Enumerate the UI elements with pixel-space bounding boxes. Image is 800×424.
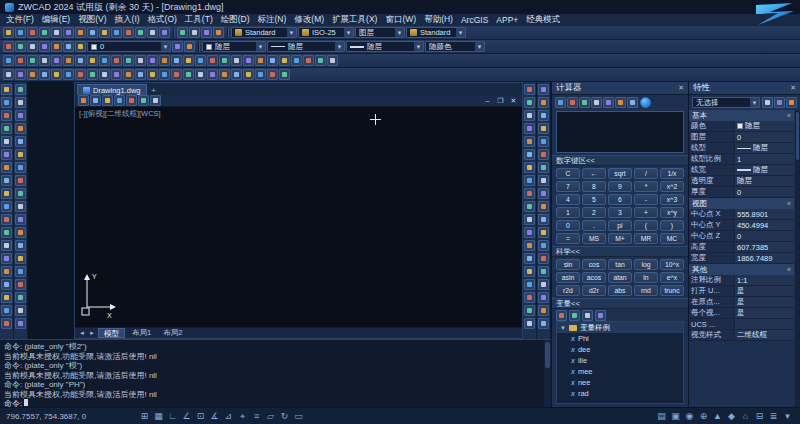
palette-icon[interactable] (1, 162, 12, 173)
palette-icon[interactable] (15, 123, 26, 134)
palette-icon[interactable] (15, 279, 26, 290)
toolbar-icon[interactable] (184, 41, 195, 52)
toolbar-icon[interactable] (87, 27, 98, 38)
toolbar-icon[interactable] (279, 69, 290, 80)
object-track-icon[interactable]: ∡ (208, 410, 221, 423)
toolbar-icon[interactable] (102, 95, 113, 106)
toolbar-icon[interactable] (63, 41, 74, 52)
toolbar-icon[interactable] (111, 55, 122, 66)
property-value[interactable] (735, 319, 794, 329)
palette-icon[interactable] (15, 188, 26, 199)
palette-icon[interactable] (538, 266, 549, 277)
variable-item-nee[interactable]: xnee (557, 377, 683, 388)
toolbar-icon[interactable] (172, 41, 183, 52)
toolbar-icon[interactable] (231, 55, 242, 66)
palette-icon[interactable] (524, 240, 535, 251)
calc-key-.[interactable]: . (582, 220, 606, 231)
document-tab[interactable]: Drawing1.dwg (77, 84, 147, 95)
layout-tab-模型[interactable]: 模型 (98, 328, 125, 338)
collapse-icon[interactable]: « (787, 200, 791, 207)
toolbar-icon[interactable] (87, 55, 98, 66)
property-value[interactable]: 随层 (735, 121, 794, 131)
calc-key-acos[interactable]: acos (582, 272, 606, 283)
toolbar-icon[interactable] (3, 41, 14, 52)
chevron-down-icon[interactable]: ▼ (395, 28, 404, 37)
lock-icon[interactable]: ◆ (725, 410, 738, 423)
palette-icon[interactable] (15, 175, 26, 186)
palette-icon[interactable] (538, 162, 549, 173)
toolbar-icon[interactable] (15, 69, 26, 80)
palette-icon[interactable] (1, 188, 12, 199)
drawing-canvas[interactable]: [-][俯视][二维线框][WCS] (75, 107, 522, 327)
palette-icon[interactable] (538, 201, 549, 212)
calc-key-pi[interactable]: pi (608, 220, 632, 231)
calc-key-MC[interactable]: MC (660, 233, 684, 244)
toolbar-icon[interactable] (579, 97, 590, 108)
palette-icon[interactable] (15, 227, 26, 238)
calc-key-MS[interactable]: MS (582, 233, 606, 244)
calc-key-*[interactable]: * (634, 181, 658, 192)
layer-select[interactable]: 0 ▼ (87, 41, 171, 52)
panel-close-icon[interactable]: ✕ (790, 84, 796, 92)
palette-icon[interactable] (1, 136, 12, 147)
collapse-icon[interactable]: « (787, 266, 791, 273)
scientific-section-header[interactable]: 科学<< (552, 246, 688, 257)
collapse-icon[interactable]: « (787, 112, 791, 119)
toolbar-icon[interactable] (569, 310, 580, 321)
toolbar-icon[interactable] (243, 69, 254, 80)
toolbar-icon[interactable] (27, 69, 38, 80)
toolbar-icon[interactable] (78, 95, 89, 106)
command-scrollbar[interactable] (544, 340, 551, 407)
palette-icon[interactable] (1, 97, 12, 108)
object-snap-icon[interactable]: ⊡ (194, 410, 207, 423)
calc-key-6[interactable]: 6 (608, 194, 632, 205)
toolbar-icon[interactable] (51, 41, 62, 52)
toolbar-icon[interactable] (555, 97, 566, 108)
property-value[interactable]: 1 (735, 154, 794, 164)
calc-key-5[interactable]: 5 (582, 194, 606, 205)
toolbar-icon[interactable] (195, 69, 206, 80)
property-value[interactable]: 0 (735, 231, 794, 241)
chevron-down-icon[interactable]: ▼ (256, 42, 265, 51)
calc-key-MR[interactable]: MR (634, 233, 658, 244)
palette-icon[interactable] (524, 292, 535, 303)
calc-key-+[interactable]: + (634, 207, 658, 218)
toolbar-icon[interactable] (39, 41, 50, 52)
toolbar-icon[interactable] (315, 55, 326, 66)
chevron-down-icon[interactable]: ▼ (287, 28, 296, 37)
chevron-down-icon[interactable]: ▼ (161, 42, 170, 51)
palette-icon[interactable] (15, 253, 26, 264)
palette-icon[interactable] (538, 188, 549, 199)
doc-close-button[interactable]: ✕ (508, 96, 519, 106)
palette-icon[interactable] (538, 227, 549, 238)
toolbar-icon[interactable] (126, 95, 137, 106)
cycle-select-icon[interactable]: ↻ (278, 410, 291, 423)
property-value[interactable]: 随层 (735, 143, 794, 153)
ortho-icon[interactable]: ∟ (166, 410, 179, 423)
toolbar-icon[interactable] (159, 55, 170, 66)
palette-icon[interactable] (15, 84, 26, 95)
toolbar-icon[interactable] (3, 27, 14, 38)
toolbar-icon[interactable] (291, 55, 302, 66)
toolbar-icon[interactable] (3, 69, 14, 80)
toolbar-icon[interactable] (147, 55, 158, 66)
calc-key-sqrt[interactable]: sqrt (608, 168, 632, 179)
calc-key-4[interactable]: 4 (556, 194, 580, 205)
toolbar-icon[interactable] (63, 55, 74, 66)
palette-icon[interactable] (524, 188, 535, 199)
toolbar-icon[interactable] (786, 97, 797, 108)
layer-style-select[interactable]: 图层 ▼ (355, 27, 405, 38)
toolbar-icon[interactable] (27, 55, 38, 66)
calc-key-tan[interactable]: tan (608, 259, 632, 270)
toolbar-icon[interactable] (111, 69, 122, 80)
property-value[interactable]: 1866.7489 (735, 253, 794, 263)
calc-key-1/x[interactable]: 1/x (660, 168, 684, 179)
toolbar-icon[interactable] (15, 27, 26, 38)
toolbar-icon[interactable] (243, 55, 254, 66)
toolbar-icon[interactable] (231, 69, 242, 80)
calc-key-/[interactable]: / (634, 168, 658, 179)
properties-scrollbar[interactable] (795, 110, 800, 407)
chevron-down-icon[interactable]: ▼ (456, 28, 465, 37)
palette-icon[interactable] (1, 318, 12, 329)
layout-prev-icon[interactable]: ◂ (78, 329, 86, 337)
